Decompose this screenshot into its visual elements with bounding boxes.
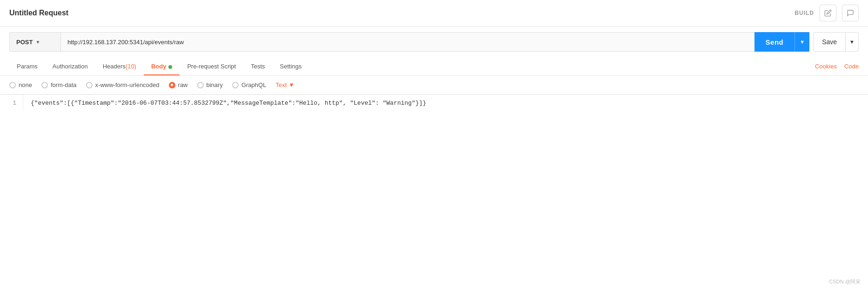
radio-urlencoded[interactable]: x-www-form-urlencoded [86, 81, 160, 88]
comment-button[interactable] [842, 5, 859, 21]
radio-binary-label: binary [207, 81, 223, 88]
radio-graphql-label: GraphQL [241, 81, 266, 88]
code-link[interactable]: Code [844, 63, 859, 70]
body-active-dot [168, 65, 172, 69]
radio-raw-circle [169, 82, 175, 88]
tabs-right-links: Cookies Code [815, 63, 859, 70]
radio-form-data-circle [41, 82, 48, 88]
radio-none[interactable]: none [9, 81, 32, 88]
tab-pre-request[interactable]: Pre-request Script [180, 57, 243, 75]
tab-body[interactable]: Body [144, 57, 180, 75]
text-format-dropdown[interactable]: Text ▼ [275, 81, 294, 88]
line-content-1: {"events":[{"Timestamp":"2016-06-07T03:4… [23, 95, 434, 111]
tabs-bar: Params Authorization Headers(10) Body Pr… [0, 57, 868, 76]
body-type-bar: none form-data x-www-form-urlencoded raw… [0, 76, 868, 94]
url-input[interactable] [60, 32, 754, 52]
radio-binary-circle [197, 82, 204, 88]
radio-form-data-label: form-data [51, 81, 77, 88]
send-dropdown-button[interactable]: ▼ [795, 32, 809, 52]
radio-graphql-circle [232, 82, 239, 88]
save-button[interactable]: Save [813, 32, 845, 52]
build-label: BUILD [795, 10, 814, 16]
send-button[interactable]: Send [754, 32, 795, 52]
code-editor[interactable]: 1 {"events":[{"Timestamp":"2016-06-07T03… [0, 95, 868, 197]
tab-tests[interactable]: Tests [243, 57, 272, 75]
line-number-1: 1 [0, 95, 23, 111]
top-right-actions: BUILD [795, 5, 859, 21]
cookies-link[interactable]: Cookies [815, 63, 837, 70]
text-format-chevron-icon: ▼ [288, 81, 294, 88]
radio-urlencoded-label: x-www-form-urlencoded [95, 81, 160, 88]
save-dropdown-button[interactable]: ▼ [845, 32, 859, 52]
tab-authorization[interactable]: Authorization [45, 57, 95, 75]
radio-urlencoded-circle [86, 82, 93, 88]
radio-binary[interactable]: binary [197, 81, 223, 88]
edit-button[interactable] [820, 5, 836, 21]
radio-none-circle [9, 82, 16, 88]
code-editor-wrapper: 1 {"events":[{"Timestamp":"2016-06-07T03… [0, 94, 868, 197]
code-line-1: 1 {"events":[{"Timestamp":"2016-06-07T03… [0, 95, 868, 111]
radio-raw-label: raw [178, 81, 188, 88]
radio-graphql[interactable]: GraphQL [232, 81, 266, 88]
save-group: Save ▼ [813, 32, 859, 52]
request-title: Untitled Request [9, 9, 68, 17]
url-bar: POST ▼ Send ▼ Save ▼ [0, 27, 868, 57]
tab-settings[interactable]: Settings [273, 57, 309, 75]
method-select[interactable]: POST ▼ [9, 32, 60, 52]
tab-params[interactable]: Params [9, 57, 45, 75]
send-group: Send ▼ [754, 32, 810, 52]
radio-raw[interactable]: raw [169, 81, 188, 88]
radio-none-label: none [19, 81, 32, 88]
method-value: POST [16, 39, 33, 46]
radio-form-data[interactable]: form-data [41, 81, 77, 88]
headers-badge: (10) [126, 63, 136, 70]
top-bar: Untitled Request BUILD [0, 0, 868, 27]
tab-headers[interactable]: Headers(10) [95, 57, 144, 75]
method-chevron-icon: ▼ [35, 40, 40, 45]
text-format-label: Text [275, 81, 287, 88]
